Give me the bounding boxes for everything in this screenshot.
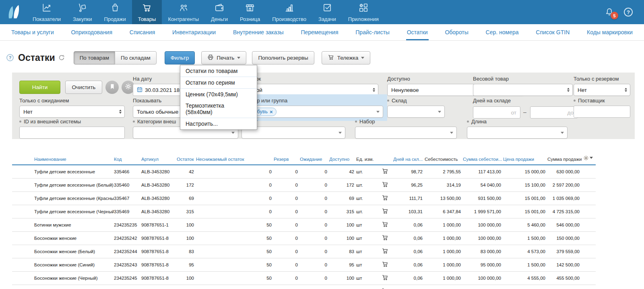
column-header-cost_sum[interactable]: Сумма себестои... [463,152,503,165]
column-header-code[interactable]: Код [114,152,141,165]
topnav-item-retail[interactable]: Розница [234,0,266,24]
subnav-item-5[interactable]: Перемещения [300,24,339,40]
add-to-cart-icon[interactable] [377,285,393,289]
set-combo[interactable] [355,127,457,139]
table-row[interactable]: Босоножки женские (Синий)234235243908787… [12,258,596,271]
subnav-item-2[interactable]: Списания [129,24,156,40]
print-button[interactable]: Печать [201,51,246,64]
view-toggle-by-products[interactable]: По товарам [74,51,115,64]
cell-stock: 100 [177,231,196,245]
print-menu-item-4[interactable]: Настроить... [180,118,257,129]
remove-tag-icon[interactable]: × [270,109,273,114]
print-menu-item-3[interactable]: Термоэтикетка (58x40мм) [180,100,257,118]
table-row[interactable]: Туфли детские всесезонные (Черный)335469… [12,205,596,218]
column-header-price[interactable]: Цена продажи [503,152,547,165]
cell-cost_sum: 95 000,00 [463,258,503,271]
table-row[interactable]: Босоножки женские234235242908787651-8100… [12,231,596,245]
cart-dropdown-button[interactable]: Тележка [322,51,371,64]
days-to-input[interactable] [530,106,578,119]
add-to-cart-icon[interactable] [377,271,393,285]
cell-stock: 69 [177,191,196,205]
find-button[interactable]: Найти [19,81,60,94]
save-filter-button[interactable] [105,81,119,94]
table-row[interactable]: Туфли детские всесезонные (Красный)33546… [12,191,596,205]
days-in-stock-label: Дней на складе [473,98,580,104]
column-header-stock[interactable]: Остаток [177,152,196,165]
app-logo-icon[interactable] [0,0,27,24]
add-to-cart-icon[interactable] [377,218,393,231]
column-header-awaiting[interactable]: Ожидание [300,152,329,165]
warehouse-combo[interactable] [387,106,445,118]
reserve-filter-select[interactable]: Нет [574,84,630,96]
table-row[interactable]: Ботинки мужские234235235908787651-110050… [12,218,596,231]
subnav-item-3[interactable]: Инвентаризации [171,24,217,40]
awaiting-filter-select[interactable]: Нет [19,106,125,118]
topnav-item-apps[interactable]: Приложения [342,0,385,24]
add-to-cart-icon[interactable] [377,178,393,191]
weight-filter-select[interactable] [473,84,573,96]
external-id-input[interactable] [19,127,125,139]
cell-available: 69 [329,191,356,205]
column-header-name[interactable]: Наименование [34,152,114,165]
product-group-combo[interactable]: Обувь × [246,106,383,118]
topnav-item-production[interactable]: Производство [266,0,312,24]
subnav-item-10[interactable]: Список GTIN [535,24,570,40]
subnav-item-8[interactable]: Обороты [444,24,469,40]
filter-button[interactable]: Фильтр [165,51,195,64]
replenish-reserves-button[interactable]: Пополнить резервы [252,51,314,64]
notifications-bell-icon[interactable]: 5 [605,7,614,17]
add-to-cart-icon[interactable] [377,165,393,178]
clear-button[interactable]: Очистить [65,81,102,94]
subnav-item-4[interactable]: Внутренние заказы [232,24,285,40]
column-header-article[interactable]: Артикул [141,152,177,165]
topnav-item-money[interactable]: Деньги [205,0,234,24]
cell-available: 83 [329,245,356,258]
cell-min_stock: 50 [196,285,274,289]
add-to-cart-icon[interactable] [377,205,393,218]
cart-icon [328,54,334,62]
days-from-input[interactable] [473,106,520,119]
table-row[interactable]: Туфли детские всесезонные335466ALB-34532… [12,165,596,178]
supplier-input[interactable] [574,106,630,118]
length-combo[interactable] [467,127,568,139]
topnav-item-counterparties[interactable]: Контрагенты [162,0,205,24]
column-header-min_stock[interactable]: Неснижаемый остаток [196,152,274,165]
table-row[interactable]: Туфли детские всесезонные (Белый)335460A… [12,178,596,191]
reserve-filter-label: Только с резервом [574,76,630,82]
cell-awaiting: 0 [300,178,329,191]
add-to-cart-icon[interactable] [377,245,393,258]
subnav-item-9[interactable]: Сер. номера [485,24,520,40]
cell-code: 234235244 [114,245,141,258]
help-icon[interactable]: ? [624,8,633,17]
print-menu-item-1[interactable]: Остатки по сериям [180,77,257,89]
topnav-item-purchases[interactable]: Закупки [67,0,98,24]
subnav-item-1[interactable]: Оприходования [70,24,113,40]
subnav-item-7[interactable]: Остатки [406,24,429,40]
add-to-cart-icon[interactable] [377,191,393,205]
page-help-icon[interactable]: ? [6,54,14,61]
subnav-item-6[interactable]: Прайс-листы [355,24,390,40]
cell-days: 98,72 [393,165,425,178]
topnav-item-tasks[interactable]: Задачи [312,0,342,24]
table-row[interactable]: Босоножки женские (Черный)23423524590878… [12,271,596,285]
column-header-days[interactable]: Дней на скл... [393,152,425,165]
cell-stock: 70 [177,285,196,289]
column-header-reserve[interactable]: Резерв [274,152,300,165]
cell-cost: 314,19 [425,178,463,191]
add-to-cart-icon[interactable] [377,258,393,271]
view-toggle-by-warehouses[interactable]: По складам [115,51,157,64]
topnav-item-goods[interactable]: Товары [132,0,162,24]
add-to-cart-icon[interactable] [377,231,393,245]
subnav-item-11[interactable]: Коды маркировки [586,24,634,40]
topnav-item-sales[interactable]: Продажи [98,0,132,24]
subnav-item-0[interactable]: Товары и услуги [10,24,55,40]
print-menu-item-2[interactable]: Ценник (70x49,5мм) [180,89,257,100]
column-header-available[interactable]: Доступно [329,152,356,165]
column-settings-button[interactable] [582,152,596,165]
print-menu-item-0[interactable]: Остатки по товарам [180,65,257,77]
refresh-icon[interactable] [58,54,65,61]
table-row[interactable]: Босоножки женские (Белый)234235244908787… [12,245,596,258]
cell-available: 100 [329,218,356,231]
table-row[interactable]: Босоножки женские (Красный)2342352349087… [12,285,596,289]
topnav-item-indicators[interactable]: Показатели [27,0,67,24]
